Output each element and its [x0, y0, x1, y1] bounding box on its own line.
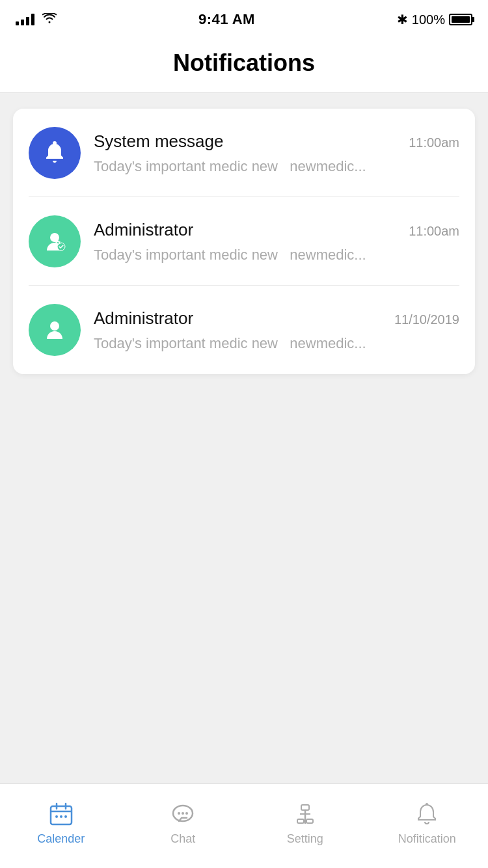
wifi-icon: [42, 13, 57, 27]
svg-point-0: [53, 141, 57, 145]
svg-point-15: [185, 812, 188, 815]
tab-chat[interactable]: Chat: [122, 800, 245, 846]
notification-title: System message: [94, 131, 223, 152]
notification-header: Administrator 11:00am: [94, 220, 459, 240]
page-title: Notifications: [0, 49, 488, 77]
notification-time: 11:00am: [409, 224, 459, 239]
notifications-container: System message 11:00am Today's important…: [0, 93, 488, 390]
tab-bar: Calender Chat: [0, 783, 488, 868]
notification-content: System message 11:00am Today's important…: [94, 131, 459, 175]
notification-time: 11/10/2019: [394, 312, 459, 327]
calender-icon: [47, 800, 75, 828]
notification-time: 11:00am: [409, 135, 459, 150]
notification-preview: Today's important medic new newmedic...: [94, 247, 459, 264]
status-right: ✱ 100%: [397, 12, 472, 27]
page-title-bar: Notifications: [0, 39, 488, 93]
notification-header: Administrator 11/10/2019: [94, 308, 459, 329]
svg-point-9: [55, 815, 58, 818]
notification-preview: Today's important medic new newmedic...: [94, 335, 459, 352]
setting-icon: [291, 800, 319, 828]
status-left: [16, 13, 57, 27]
svg-point-11: [64, 815, 67, 818]
tab-calender-label: Calender: [37, 832, 85, 846]
svg-rect-19: [297, 819, 304, 823]
svg-point-13: [178, 812, 180, 815]
bluetooth-icon: ✱: [397, 12, 408, 27]
svg-point-4: [50, 321, 59, 331]
battery-percent: 100%: [412, 12, 445, 27]
notification-item[interactable]: Administrator 11:00am Today's important …: [13, 197, 475, 286]
avatar: [29, 215, 81, 267]
svg-rect-20: [306, 819, 313, 823]
avatar: [29, 127, 81, 179]
tab-setting-label: Setting: [287, 832, 323, 846]
tab-setting[interactable]: Setting: [244, 800, 366, 846]
status-bar: 9:41 AM ✱ 100%: [0, 0, 488, 39]
battery-icon: [449, 14, 472, 25]
status-time: 9:41 AM: [198, 11, 255, 28]
notifications-card: System message 11:00am Today's important…: [13, 109, 475, 374]
notification-content: Administrator 11/10/2019 Today's importa…: [94, 308, 459, 352]
tab-notification-label: Nofitication: [398, 832, 456, 846]
svg-point-14: [182, 812, 184, 815]
svg-point-22: [426, 803, 428, 806]
notification-preview: Today's important medic new newmedic...: [94, 158, 459, 175]
notification-title: Administrator: [94, 308, 193, 329]
notification-header: System message 11:00am: [94, 131, 459, 152]
tab-calender[interactable]: Calender: [0, 800, 122, 846]
notification-content: Administrator 11:00am Today's important …: [94, 220, 459, 264]
notification-item[interactable]: System message 11:00am Today's important…: [13, 109, 475, 197]
avatar: [29, 304, 81, 356]
notification-item[interactable]: Administrator 11/10/2019 Today's importa…: [13, 286, 475, 374]
signal-icon: [16, 14, 34, 25]
notification-title: Administrator: [94, 220, 193, 240]
tab-chat-label: Chat: [170, 832, 195, 846]
svg-point-10: [60, 815, 62, 818]
chat-icon: [169, 800, 197, 828]
notification-bell-icon: [413, 800, 441, 828]
tab-notification[interactable]: Nofitication: [366, 800, 489, 846]
